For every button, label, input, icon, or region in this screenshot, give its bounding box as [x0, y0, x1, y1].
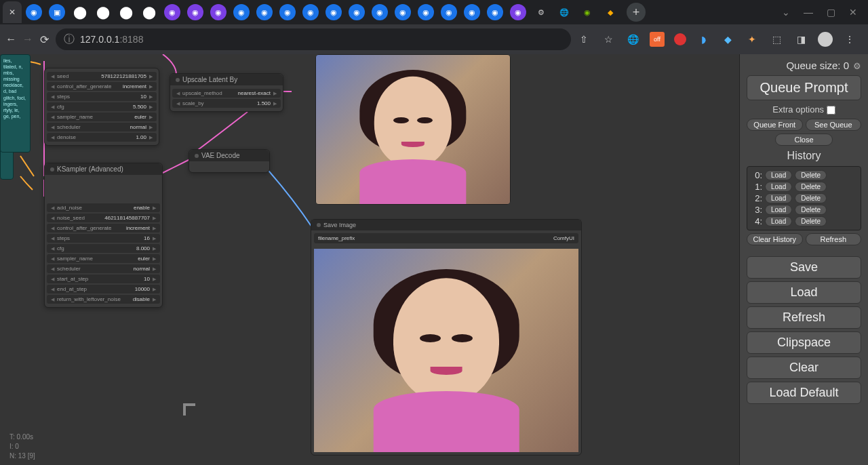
github-tab-icon[interactable]: ⬤ [118, 4, 134, 20]
param-row[interactable]: ◀scale_by1.500▶ [172, 99, 281, 108]
clear-button[interactable]: Clear [747, 357, 861, 379]
history-load-button[interactable]: Load [765, 205, 792, 215]
left-tri-icon[interactable]: ◀ [50, 277, 56, 282]
right-tri-icon[interactable]: ▶ [148, 135, 154, 140]
prompt-text-node[interactable]: iles, tilated, n, mbs, missing necklace,… [0, 54, 31, 153]
close-tab-icon[interactable]: ✕ [7, 7, 18, 18]
tab-icon[interactable]: ◉ [464, 4, 480, 20]
load-default-button[interactable]: Load Default [747, 382, 861, 404]
tab-icon[interactable]: ◉ [187, 4, 203, 20]
gear-icon[interactable]: ⚙ [853, 61, 861, 71]
clipspace-button[interactable]: Clipspace [747, 331, 861, 354]
param-row[interactable]: ◀sampler_nameeuler▶ [47, 113, 157, 121]
see-queue-button[interactable]: See Queue [806, 119, 862, 131]
history-load-button[interactable]: Load [765, 170, 792, 180]
param-row[interactable]: ◀schedulernormal▶ [47, 123, 157, 132]
site-info-icon[interactable]: ⓘ [64, 33, 75, 47]
bookmark-icon[interactable]: ☆ [601, 32, 616, 47]
extension-icon[interactable]: ◗ [696, 32, 711, 47]
param-row[interactable]: ◀start_at_step10▶ [47, 275, 160, 283]
right-tri-icon[interactable]: ▶ [151, 277, 157, 282]
left-tri-icon[interactable]: ◀ [50, 74, 56, 79]
queue-front-button[interactable]: Queue Front [747, 119, 803, 131]
right-tri-icon[interactable]: ▶ [148, 115, 154, 120]
minimize-icon[interactable]: — [804, 7, 813, 18]
param-row[interactable]: ◀add_noiseenable▶ [47, 203, 160, 212]
right-tri-icon[interactable]: ▶ [151, 205, 157, 211]
close-button[interactable]: Close [775, 134, 833, 146]
param-row[interactable]: ◀steps10▶ [47, 92, 157, 101]
param-row[interactable]: ◀control_after_generateincrement▶ [47, 82, 157, 91]
menu-icon[interactable]: ⋮ [842, 32, 857, 47]
left-tri-icon[interactable]: ◀ [50, 84, 56, 89]
extension-icon[interactable]: ✦ [745, 32, 760, 47]
reload-button[interactable]: ⟳ [39, 30, 50, 49]
right-tri-icon[interactable]: ▶ [148, 104, 154, 110]
tab-icon[interactable]: ◉ [510, 4, 526, 20]
left-tri-icon[interactable]: ◀ [50, 246, 56, 251]
tab-icon[interactable]: ◉ [279, 4, 296, 20]
history-load-button[interactable]: Load [765, 182, 792, 192]
tab-icon[interactable]: 🌐 [556, 4, 572, 20]
param-row[interactable]: ◀return_with_leftover_noisedisable▶ [47, 295, 160, 304]
right-tri-icon[interactable]: ▶ [151, 287, 157, 292]
left-tri-icon[interactable]: ◀ [175, 101, 181, 106]
active-tab[interactable]: ✕ [3, 1, 22, 23]
node-graph-canvas[interactable]: ling la ed, y, Soft, RAW, rned ry had n … [0, 54, 739, 465]
param-row[interactable]: ◀cfg5.500▶ [47, 102, 157, 111]
right-tri-icon[interactable]: ▶ [272, 101, 278, 106]
left-tri-icon[interactable]: ◀ [50, 94, 56, 100]
tab-icon[interactable]: ◉ [441, 4, 457, 20]
right-tri-icon[interactable]: ▶ [272, 91, 278, 96]
chevron-down-icon[interactable]: ⌄ [782, 7, 790, 18]
settings-tab-icon[interactable]: ⚙ [533, 4, 549, 20]
extension-icon[interactable]: off [650, 32, 665, 47]
extension-icon[interactable]: ◆ [720, 32, 735, 47]
left-tri-icon[interactable]: ◀ [50, 236, 56, 241]
history-delete-button[interactable]: Delete [795, 170, 827, 180]
param-row[interactable]: ◀denoise1.00▶ [47, 133, 157, 142]
history-load-button[interactable]: Load [765, 193, 792, 203]
vae-decode-node[interactable]: VAE Decode [189, 149, 270, 173]
tab-icon[interactable]: ◉ [26, 4, 42, 20]
tab-icon[interactable]: ◉ [256, 4, 273, 20]
param-row[interactable]: ◀control_after_generateincrement▶ [47, 224, 160, 232]
load-button[interactable]: Load [747, 281, 861, 304]
preview-image-node[interactable] [315, 54, 511, 205]
history-delete-button[interactable]: Delete [795, 205, 827, 215]
right-tri-icon[interactable]: ▶ [148, 74, 154, 79]
param-row[interactable]: ◀cfg8.000▶ [47, 244, 160, 253]
right-tri-icon[interactable]: ▶ [151, 256, 157, 262]
param-row[interactable]: ◀end_at_step10000▶ [47, 285, 160, 294]
github-tab-icon[interactable]: ⬤ [95, 4, 111, 20]
extra-options-checkbox[interactable] [827, 106, 835, 115]
left-tri-icon[interactable]: ◀ [50, 135, 56, 140]
param-row[interactable]: ◀steps16▶ [47, 234, 160, 243]
right-tri-icon[interactable]: ▶ [151, 246, 157, 251]
tab-icon[interactable]: ◉ [372, 4, 388, 20]
history-list[interactable]: 0:LoadDelete1:LoadDelete2:LoadDelete3:Lo… [747, 166, 861, 230]
left-tri-icon[interactable]: ◀ [50, 104, 56, 110]
forward-button[interactable]: → [22, 30, 34, 49]
right-tri-icon[interactable]: ▶ [151, 266, 157, 272]
tab-icon[interactable]: ◆ [602, 4, 618, 20]
refresh-history-button[interactable]: Refresh [806, 233, 862, 245]
left-tri-icon[interactable]: ◀ [175, 91, 181, 96]
param-row[interactable]: ◀schedulernormal▶ [47, 264, 160, 273]
close-window-icon[interactable]: ✕ [849, 7, 857, 18]
extensions-icon[interactable]: ⬚ [769, 32, 784, 47]
tab-icon[interactable]: ◉ [349, 4, 365, 20]
right-tri-icon[interactable]: ▶ [151, 226, 157, 231]
left-tri-icon[interactable]: ◀ [50, 115, 56, 120]
left-tri-icon[interactable]: ◀ [50, 287, 56, 292]
left-tri-icon[interactable]: ◀ [50, 205, 56, 211]
left-tri-icon[interactable]: ◀ [50, 226, 56, 231]
extension-icon[interactable]: 🌐 [625, 32, 640, 47]
right-tri-icon[interactable]: ▶ [148, 84, 154, 89]
right-tri-icon[interactable]: ▶ [151, 216, 157, 221]
param-row[interactable]: ◀sampler_nameeuler▶ [47, 254, 160, 263]
sidebar-icon[interactable]: ◨ [793, 32, 808, 47]
param-row[interactable]: ◀upscale_methodnearest-exact▶ [172, 89, 281, 98]
right-tri-icon[interactable]: ▶ [151, 236, 157, 241]
tab-icon[interactable]: ▣ [49, 4, 65, 20]
